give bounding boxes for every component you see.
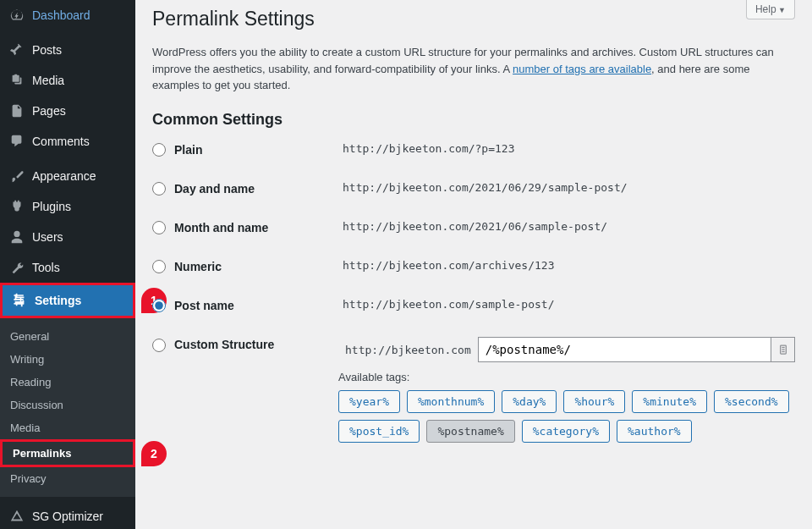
- user-icon: [8, 229, 25, 245]
- available-tags: %year%%monthnum%%day%%hour%%minute%%seco…: [338, 390, 795, 443]
- radio-numeric[interactable]: [152, 260, 166, 273]
- page-icon: [8, 102, 25, 119]
- intro-text: WordPress offers you the ability to crea…: [152, 44, 795, 94]
- tag-button[interactable]: %minute%: [632, 390, 707, 413]
- submenu-media[interactable]: Media: [0, 416, 135, 439]
- submenu-reading[interactable]: Reading: [0, 371, 135, 394]
- menu-sg-optimizer[interactable]: SG Optimizer: [0, 501, 135, 529]
- option-post-name-example: http://bjkeeton.com/sample-post/: [338, 295, 558, 312]
- option-numeric[interactable]: Numeric: [152, 259, 338, 274]
- tag-button[interactable]: %second%: [714, 390, 789, 413]
- radio-plain[interactable]: [152, 143, 166, 157]
- menu-users[interactable]: Users: [0, 222, 135, 252]
- menu-label: Dashboard: [32, 8, 91, 22]
- input-suffix-icon: [771, 337, 795, 362]
- custom-structure-input[interactable]: [478, 337, 771, 362]
- menu-label: Pages: [32, 104, 66, 118]
- option-numeric-example: http://bjkeeton.com/archives/123: [338, 256, 558, 273]
- menu-label: Appearance: [32, 169, 96, 183]
- menu-tools[interactable]: Tools: [0, 252, 135, 283]
- option-month-name-label: Month and name: [174, 220, 268, 235]
- menu-posts[interactable]: Posts: [0, 35, 135, 65]
- option-plain[interactable]: Plain: [152, 142, 338, 157]
- sliders-icon: [11, 292, 28, 309]
- comments-icon: [8, 133, 25, 150]
- media-icon: [8, 72, 25, 89]
- option-custom-label: Custom Structure: [174, 337, 274, 352]
- intro-link[interactable]: number of tags are available: [513, 63, 651, 75]
- radio-custom[interactable]: [152, 339, 166, 352]
- option-day-name-row: Day and name http://bjkeeton.com/2021/06…: [152, 181, 795, 196]
- custom-input-wrap: http://bjkeeton.com: [338, 337, 795, 362]
- menu-label: Settings: [35, 294, 81, 307]
- option-post-name[interactable]: Post name: [152, 298, 338, 313]
- menu-pages[interactable]: Pages: [0, 96, 135, 126]
- tag-button[interactable]: %year%: [338, 390, 400, 413]
- tag-button[interactable]: %hour%: [563, 390, 625, 413]
- pin-icon: [8, 41, 25, 58]
- menu-plugins[interactable]: Plugins: [0, 191, 135, 222]
- option-numeric-row: Numeric http://bjkeeton.com/archives/123: [152, 259, 795, 274]
- radio-day-name[interactable]: [152, 182, 166, 196]
- menu-appearance[interactable]: Appearance: [0, 161, 135, 191]
- option-month-name-row: Month and name http://bjkeeton.com/2021/…: [152, 220, 795, 235]
- menu-dashboard[interactable]: Dashboard: [0, 0, 135, 30]
- menu-label: Tools: [32, 261, 60, 274]
- submenu-permalinks[interactable]: Permalinks: [3, 442, 133, 465]
- brush-icon: [8, 168, 25, 185]
- menu-media[interactable]: Media: [0, 65, 135, 96]
- option-custom-row: Custom Structure http://bjkeeton.com Ava…: [152, 337, 795, 443]
- radio-post-name[interactable]: [152, 299, 166, 312]
- option-month-name-example: http://bjkeeton.com/2021/06/sample-post/: [338, 218, 612, 234]
- plug-icon: [8, 198, 25, 215]
- annotation-permalinks: Permalinks 2: [0, 439, 135, 467]
- submenu-privacy[interactable]: Privacy: [0, 467, 135, 490]
- main-content: Help Permalink Settings WordPress offers…: [135, 0, 812, 529]
- page-title: Permalink Settings: [152, 0, 795, 34]
- submenu-writing[interactable]: Writing: [0, 348, 135, 371]
- help-button[interactable]: Help: [746, 0, 795, 19]
- radio-month-name[interactable]: [152, 221, 166, 234]
- annotation-settings: Settings 1: [0, 283, 135, 318]
- available-tags-label: Available tags:: [338, 371, 795, 383]
- menu-label: SG Optimizer: [32, 510, 103, 523]
- option-day-name-label: Day and name: [174, 181, 255, 196]
- menu-settings[interactable]: Settings: [3, 285, 133, 316]
- menu-label: Plugins: [32, 200, 71, 213]
- option-plain-example: http://bjkeeton.com/?p=123: [338, 140, 519, 157]
- tag-button[interactable]: %author%: [617, 420, 692, 443]
- option-post-name-row: Post name http://bjkeeton.com/sample-pos…: [152, 298, 795, 313]
- admin-sidebar: Dashboard Posts Media Pages Comments App…: [0, 0, 135, 529]
- tag-button[interactable]: %post_id%: [338, 420, 420, 443]
- option-post-name-label: Post name: [174, 298, 234, 313]
- tag-button[interactable]: %category%: [522, 420, 610, 443]
- menu-label: Media: [32, 74, 64, 87]
- option-numeric-label: Numeric: [174, 259, 222, 274]
- wrench-icon: [8, 259, 25, 276]
- option-month-name[interactable]: Month and name: [152, 220, 338, 235]
- menu-label: Comments: [32, 135, 90, 148]
- tag-button[interactable]: %day%: [502, 390, 557, 413]
- tag-button[interactable]: %postname%: [426, 420, 514, 443]
- optimizer-icon: [8, 508, 25, 525]
- menu-label: Users: [32, 230, 63, 244]
- dashboard-icon: [8, 7, 25, 24]
- custom-base-url: http://bjkeeton.com: [338, 339, 478, 361]
- option-plain-label: Plain: [174, 142, 202, 157]
- tag-button[interactable]: %monthnum%: [407, 390, 495, 413]
- settings-submenu: General Writing Reading Discussion Media…: [0, 318, 135, 497]
- menu-comments[interactable]: Comments: [0, 126, 135, 157]
- option-custom[interactable]: Custom Structure: [152, 337, 338, 352]
- option-day-name[interactable]: Day and name: [152, 181, 338, 196]
- menu-label: Posts: [32, 43, 62, 57]
- submenu-general[interactable]: General: [0, 325, 135, 348]
- submenu-discussion[interactable]: Discussion: [0, 394, 135, 416]
- option-day-name-example: http://bjkeeton.com/2021/06/29/sample-po…: [338, 179, 632, 196]
- section-heading: Common Settings: [152, 111, 795, 129]
- option-plain-row: Plain http://bjkeeton.com/?p=123: [152, 142, 795, 157]
